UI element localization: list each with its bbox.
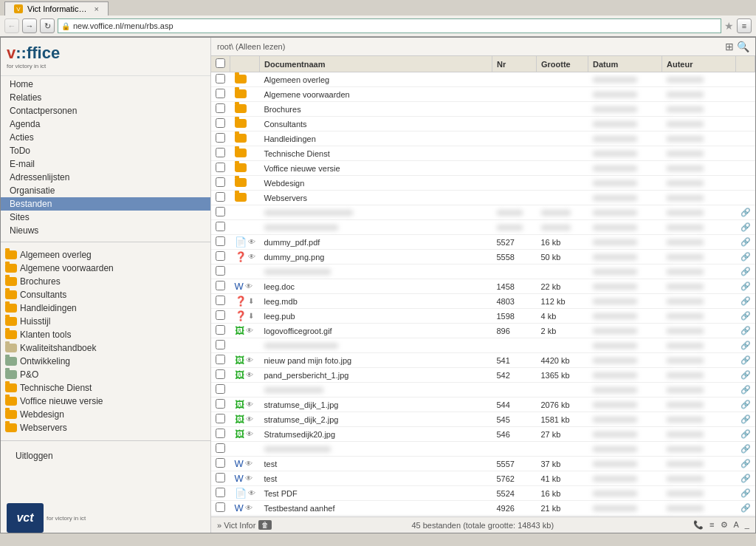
view-file-button[interactable]: 👁 [246,415,253,423]
sidebar-item-nieuws[interactable]: Nieuws [1,224,210,237]
folder-algemene-voorwaarden[interactable]: Algemene voorwaarden [1,262,210,275]
download-file-button[interactable]: ⬇ [248,297,254,305]
file-name[interactable]: stratumse_dijk_2.jpg [260,412,492,427]
link-icon[interactable]: 🔗 [740,429,751,438]
row-checkbox[interactable] [216,192,225,202]
file-name[interactable]: pand_persbericht_1.jpg [260,368,492,383]
link-icon[interactable]: 🔗 [740,474,751,482]
view-file-button[interactable]: 👁 [246,327,253,335]
file-name[interactable]: dummy_pdf.pdf [260,235,492,250]
view-file-button[interactable]: 👁 [245,460,252,468]
file-name[interactable]: Brochures [260,102,492,117]
forward-button[interactable]: → [22,18,37,33]
sidebar-item-contactpersonen[interactable]: Contactpersonen [1,104,210,117]
row-checkbox[interactable] [216,458,225,468]
row-checkbox[interactable] [216,236,225,246]
link-icon[interactable]: 🔗 [740,414,751,423]
folder-brochures[interactable]: Brochures [1,275,210,288]
file-name[interactable]: leeg.doc [260,279,492,294]
browser-menu-btn[interactable]: ≡ [737,18,752,33]
view-file-button[interactable]: 👁 [248,489,255,497]
file-name[interactable]: Consultants [260,117,492,132]
sidebar-item-sites[interactable]: Sites [1,211,210,224]
file-name[interactable]: Algemeen overleg [260,72,492,87]
row-checkbox[interactable] [216,266,225,276]
link-icon[interactable]: 🔗 [740,400,751,409]
link-icon[interactable]: 🔗 [740,296,751,305]
row-checkbox[interactable] [216,429,225,438]
row-checkbox[interactable] [216,296,225,305]
bookmark-star[interactable]: ★ [724,20,734,32]
row-checkbox[interactable] [216,118,225,128]
link-icon[interactable]: 🔗 [740,355,751,364]
download-file-button[interactable]: ⬇ [248,312,254,320]
file-name[interactable]: Testbestand aanhef [260,501,492,516]
view-file-button[interactable]: 👁 [246,356,253,364]
file-name[interactable]: Voffice nieuwe versie [260,161,492,176]
file-name[interactable]: stratumse_dijk_1.jpg [260,397,492,412]
row-checkbox[interactable] [216,148,225,157]
view-file-button[interactable]: 👁 [246,371,253,379]
row-checkbox[interactable] [216,74,225,83]
view-file-button[interactable]: 👁 [245,282,252,290]
file-name[interactable]: nieuw pand mijn foto.jpg [260,353,492,368]
folder-pno[interactable]: P&O [1,368,210,381]
row-checkbox[interactable] [216,222,225,231]
row-checkbox[interactable] [216,89,225,98]
file-name[interactable]: dummy_png.png [260,250,492,265]
sidebar-item-acties[interactable]: Acties [1,131,210,144]
row-checkbox[interactable] [216,340,225,349]
row-checkbox[interactable] [216,355,225,364]
tab-close[interactable]: × [94,4,99,13]
sidebar-item-home[interactable]: Home [1,78,210,91]
row-checkbox[interactable] [216,384,225,394]
view-file-button[interactable]: 👁 [246,430,253,438]
view-file-button[interactable]: 👁 [248,253,255,261]
folder-handleidingen[interactable]: Handleidingen [1,301,210,315]
row-checkbox[interactable] [216,310,225,320]
logout-button[interactable]: Uitloggen [8,448,203,463]
file-name[interactable]: leeg.mdb [260,294,492,309]
address-bar[interactable]: 🔒 new.voffice.nl/menu/rbs.asp [58,18,721,33]
file-name[interactable]: Webdesign [260,176,492,191]
link-icon[interactable]: 🔗 [740,237,751,246]
row-checkbox[interactable] [216,133,225,143]
link-icon[interactable]: 🔗 [740,326,751,335]
link-icon[interactable]: 🔗 [740,267,751,276]
file-name[interactable]: Handleidingen [260,132,492,146]
row-checkbox[interactable] [216,502,225,512]
file-name[interactable]: leeg.pub [260,309,492,324]
folder-ontwikkeling[interactable]: Ontwikkeling [1,355,210,368]
row-checkbox[interactable] [216,414,225,423]
row-checkbox[interactable] [216,207,225,216]
link-icon[interactable]: 🔗 [740,222,751,231]
browser-tab[interactable]: V Vict Informatic… × [4,1,109,16]
row-checkbox[interactable] [216,163,225,172]
row-checkbox[interactable] [216,281,225,290]
link-icon[interactable]: 🔗 [740,444,751,453]
folder-voffice-nieuwe-versie[interactable]: Voffice nieuwe versie [1,395,210,408]
file-name[interactable]: Test PDF [260,486,492,501]
link-icon[interactable]: 🔗 [740,311,751,320]
link-icon[interactable]: 🔗 [740,385,751,394]
link-icon[interactable]: 🔗 [740,370,751,379]
file-name[interactable]: logovofficegroot.gif [260,324,492,338]
folder-consultants[interactable]: Consultants [1,288,210,301]
view-search-button[interactable]: 🔍 [737,41,749,52]
row-checkbox[interactable] [216,443,225,453]
row-checkbox[interactable] [216,177,225,187]
select-all-checkbox[interactable] [216,58,225,68]
link-icon[interactable]: 🔗 [740,488,751,497]
view-file-button[interactable]: 👁 [245,474,252,482]
trash-icon[interactable]: 🗑 [258,520,272,530]
link-icon[interactable]: 🔗 [740,281,751,290]
folder-kwaliteitshandboek[interactable]: Kwaliteitshandboek [1,341,210,355]
view-file-button[interactable]: 👁 [246,400,253,409]
folder-webservers[interactable]: Webservers [1,421,210,434]
link-icon[interactable]: 🔗 [740,459,751,468]
folder-technische-dienst[interactable]: Technische Dienst [1,381,210,395]
link-icon[interactable]: 🔗 [740,252,751,261]
link-icon[interactable]: 🔗 [740,208,751,216]
sidebar-item-agenda[interactable]: Agenda [1,117,210,131]
row-checkbox[interactable] [216,369,225,379]
